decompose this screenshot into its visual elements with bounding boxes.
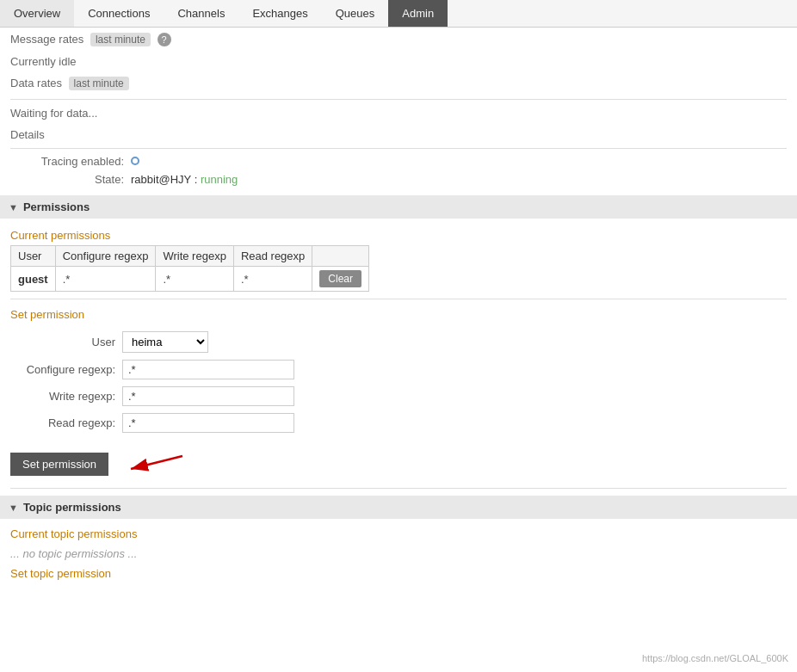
permissions-table: User Configure regexp Write regexp Read … xyxy=(10,245,369,292)
state-row: State: rabbit@HJY : running xyxy=(10,170,787,188)
tracing-value xyxy=(131,155,139,168)
col-action xyxy=(312,246,369,267)
table-row: guest .* .* .* Clear xyxy=(11,267,369,292)
col-configure: Configure regexp xyxy=(55,246,156,267)
set-permission-button[interactable]: Set permission xyxy=(10,453,108,476)
tracing-circle-icon xyxy=(131,157,139,165)
data-rates-badge[interactable]: last minute xyxy=(69,77,129,90)
svg-line-1 xyxy=(131,456,182,469)
configure-form-label: Configure regexp: xyxy=(10,363,122,376)
state-value: rabbit@HJY : running xyxy=(131,173,238,186)
set-permission-label: Set permission xyxy=(10,303,787,328)
topic-permissions-section-header: ▼ Topic permissions xyxy=(0,496,797,519)
message-rates-row: Message rates last minute ? xyxy=(10,28,787,52)
col-user: User xyxy=(11,246,56,267)
permissions-section-title: Permissions xyxy=(23,200,90,213)
divider-4 xyxy=(10,488,787,489)
current-permissions-label: Current permissions xyxy=(10,224,787,245)
tab-overview[interactable]: Overview xyxy=(0,0,74,27)
perm-action-cell: Clear xyxy=(312,267,369,292)
tab-connections[interactable]: Connections xyxy=(74,0,164,27)
configure-form-row: Configure regexp: xyxy=(10,356,787,383)
nav-tabs: Overview Connections Channels Exchanges … xyxy=(0,0,797,28)
help-icon[interactable]: ? xyxy=(158,33,171,46)
tab-exchanges[interactable]: Exchanges xyxy=(238,0,321,27)
clear-button[interactable]: Clear xyxy=(319,270,361,287)
read-input[interactable] xyxy=(122,413,294,433)
tab-channels[interactable]: Channels xyxy=(164,0,238,27)
state-sep: : xyxy=(191,173,201,186)
state-label: State: xyxy=(10,173,131,186)
data-rates-label: Data rates xyxy=(10,77,62,89)
write-input[interactable] xyxy=(122,386,294,406)
state-node: rabbit@HJY xyxy=(131,173,191,186)
collapse-icon[interactable]: ▼ xyxy=(9,202,18,213)
set-topic-label: Set topic permission xyxy=(10,564,787,583)
currently-idle: Currently idle xyxy=(10,52,787,71)
perm-write: .* xyxy=(156,267,233,292)
data-rates-row: Data rates last minute xyxy=(10,71,787,96)
read-form-row: Read regexp: xyxy=(10,410,787,436)
user-form-row: User heima guest admin xyxy=(10,328,787,356)
divider-1 xyxy=(10,99,787,100)
red-arrow-icon xyxy=(114,443,200,478)
set-permission-btn-row: Set permission xyxy=(10,436,787,484)
user-form-label: User xyxy=(10,336,122,348)
configure-input[interactable] xyxy=(122,360,294,379)
message-rates-label: Message rates xyxy=(10,33,83,46)
no-topic-perms: ... no topic permissions ... xyxy=(10,544,787,564)
perm-read: .* xyxy=(233,267,312,292)
current-topic-label: Current topic permissions xyxy=(10,524,787,544)
user-select[interactable]: heima guest admin xyxy=(122,331,208,353)
perm-configure: .* xyxy=(55,267,156,292)
waiting-text: Waiting for data... xyxy=(10,103,787,123)
tracing-label: Tracing enabled: xyxy=(10,155,131,168)
topic-collapse-icon[interactable]: ▼ xyxy=(9,502,18,513)
details-label: Details xyxy=(10,123,787,145)
col-read: Read regexp xyxy=(233,246,312,267)
write-form-label: Write regexp: xyxy=(10,390,122,403)
read-form-label: Read regexp: xyxy=(10,416,122,429)
set-topic-form-placeholder xyxy=(10,583,787,609)
divider-3 xyxy=(10,299,787,299)
tab-admin[interactable]: Admin xyxy=(388,0,448,27)
details-table: Tracing enabled: State: rabbit@HJY : run… xyxy=(10,152,787,188)
divider-2 xyxy=(10,148,787,149)
perm-user: guest xyxy=(11,267,56,292)
tracing-row: Tracing enabled: xyxy=(10,152,787,170)
col-write: Write regexp xyxy=(156,246,233,267)
topic-permissions-title: Topic permissions xyxy=(23,501,121,514)
state-running: running xyxy=(201,173,238,186)
write-form-row: Write regexp: xyxy=(10,383,787,410)
message-rates-badge[interactable]: last minute xyxy=(90,33,151,46)
tab-queues[interactable]: Queues xyxy=(322,0,389,27)
permissions-section-header: ▼ Permissions xyxy=(0,195,797,219)
